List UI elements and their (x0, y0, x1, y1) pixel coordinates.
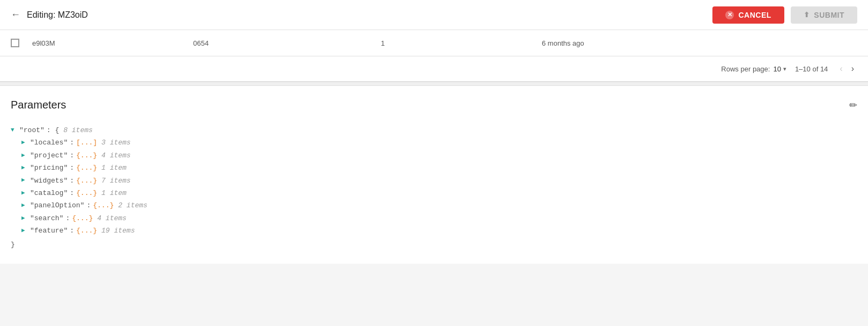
parameters-title: Parameters (11, 99, 66, 111)
chevron-down-icon: ▾ (783, 66, 786, 73)
submit-button[interactable]: ⬆ SUBMIT (791, 6, 857, 24)
json-item-pricing: ▶ "pricing" : {...} 1 item (11, 162, 857, 174)
pricing-toggle[interactable]: ▶ (21, 163, 28, 173)
edit-icon[interactable]: ✏ (849, 99, 857, 111)
json-item-search: ▶ "search" : {...} 4 items (11, 212, 857, 224)
json-closing-brace: } (11, 238, 857, 251)
rows-per-page: Rows per page: 10 ▾ (721, 65, 786, 73)
project-curly: {...} (76, 149, 97, 162)
json-item-locales: ▶ "locales" : [...] 3 items (11, 136, 857, 149)
pricing-key: "pricing" (30, 162, 68, 174)
search-count: 4 items (97, 212, 127, 224)
panelOption-key: "panelOption" (30, 199, 84, 212)
project-colon: : (70, 149, 74, 162)
project-toggle[interactable]: ▶ (21, 150, 28, 161)
root-toggle-arrow[interactable]: ▼ (11, 125, 17, 136)
widgets-count: 7 items (101, 175, 131, 187)
json-item-project: ▶ "project" : {...} 4 items (11, 149, 857, 162)
search-toggle[interactable]: ▶ (21, 213, 28, 224)
panelOption-colon: : (86, 199, 91, 212)
locales-toggle[interactable]: ▶ (21, 137, 28, 148)
x-icon: ✕ (725, 11, 734, 19)
panelOption-curly: {...} (93, 199, 114, 212)
pricing-count: 1 item (101, 162, 127, 174)
feature-toggle[interactable]: ▶ (21, 226, 28, 236)
table-row: e9l03M 0654 1 6 months ago (0, 30, 868, 56)
json-item-feature: ▶ "feature" : {...} 19 items (11, 224, 857, 237)
cancel-button[interactable]: ✕ CANCEL (712, 6, 784, 24)
widgets-colon: : (70, 175, 74, 187)
col-id: e9l03M (32, 39, 193, 47)
header-left: ← Editing: MZ3oiD (11, 9, 88, 20)
row-checkbox[interactable] (11, 39, 19, 47)
pricing-colon: : (70, 162, 74, 174)
back-arrow-icon[interactable]: ← (11, 9, 20, 20)
locales-count: 3 items (101, 136, 131, 149)
json-tree: ▼ "root" : { 8 items ▶ "locales" : [...]… (11, 124, 857, 251)
locales-bracket: [...] (76, 136, 97, 149)
header-right: ✕ CANCEL ⬆ SUBMIT (712, 6, 857, 24)
json-root-line: ▼ "root" : { 8 items (11, 124, 857, 136)
feature-count: 19 items (101, 224, 135, 237)
project-key: "project" (30, 149, 68, 162)
json-item-panelOption: ▶ "panelOption" : {...} 2 items (11, 199, 857, 212)
root-key: "root" (19, 124, 45, 136)
feature-curly: {...} (76, 224, 97, 237)
prev-page-button[interactable]: ‹ (836, 63, 845, 75)
pricing-curly: {...} (76, 162, 97, 174)
page-nav: ‹ › (836, 63, 857, 75)
next-page-button[interactable]: › (848, 63, 857, 75)
header: ← Editing: MZ3oiD ✕ CANCEL ⬆ SUBMIT (0, 0, 868, 30)
search-key: "search" (30, 212, 63, 224)
section-divider (0, 82, 868, 86)
table-section: e9l03M 0654 1 6 months ago Rows per page… (0, 30, 868, 82)
parameters-section: Parameters ✏ ▼ "root" : { 8 items ▶ "loc… (0, 86, 868, 264)
locales-key: "locales" (30, 136, 68, 149)
col-code: 0654 (193, 39, 381, 47)
col-time: 6 months ago (542, 39, 857, 47)
rows-per-page-value: 10 (773, 65, 781, 73)
panelOption-toggle[interactable]: ▶ (21, 200, 28, 211)
panelOption-count: 2 items (118, 199, 148, 212)
rows-per-page-label: Rows per page: (721, 65, 770, 73)
feature-key: "feature" (30, 224, 68, 237)
locales-colon: : (70, 136, 74, 149)
catalog-curly: {...} (76, 187, 97, 199)
project-count: 4 items (101, 149, 131, 162)
page-info: 1–10 of 14 (795, 65, 828, 73)
widgets-key: "widgets" (30, 175, 68, 187)
json-item-catalog: ▶ "catalog" : {...} 1 item (11, 187, 857, 199)
catalog-count: 1 item (101, 187, 127, 199)
pagination-row: Rows per page: 10 ▾ 1–10 of 14 ‹ › (0, 56, 868, 82)
checkbox-cell (11, 39, 32, 47)
catalog-key: "catalog" (30, 187, 68, 199)
col-num: 1 (381, 39, 542, 47)
catalog-toggle[interactable]: ▶ (21, 188, 28, 199)
upload-icon: ⬆ (804, 11, 810, 19)
search-curly: {...} (72, 212, 93, 224)
root-colon: : { (47, 124, 59, 136)
widgets-toggle[interactable]: ▶ (21, 175, 28, 186)
widgets-curly: {...} (76, 175, 97, 187)
catalog-colon: : (70, 187, 74, 199)
page-title: Editing: MZ3oiD (27, 10, 88, 20)
rows-per-page-select[interactable]: 10 ▾ (773, 65, 786, 73)
json-item-widgets: ▶ "widgets" : {...} 7 items (11, 175, 857, 187)
parameters-header: Parameters ✏ (11, 99, 857, 111)
cancel-label: CANCEL (738, 11, 771, 19)
submit-label: SUBMIT (814, 11, 844, 19)
search-colon: : (65, 212, 70, 224)
root-count: 8 items (63, 124, 93, 136)
feature-colon: : (70, 224, 74, 237)
